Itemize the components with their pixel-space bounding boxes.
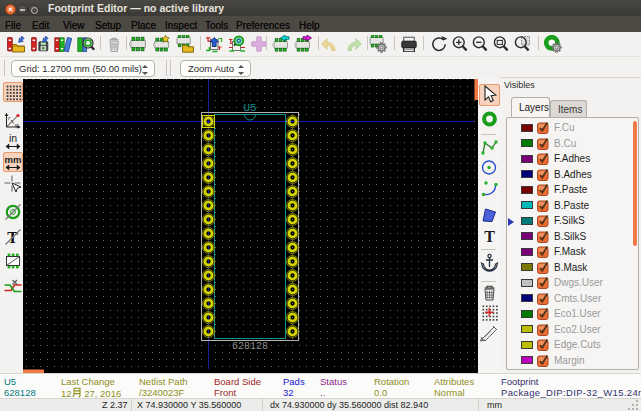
- svg-text:mm: mm: [4, 154, 21, 165]
- svg-text:r: r: [8, 113, 11, 120]
- svg-text:φ: φ: [14, 120, 18, 128]
- svg-text:in: in: [8, 132, 16, 144]
- svg-text:T: T: [484, 228, 495, 245]
- svg-text:628128: 628128: [232, 341, 268, 352]
- svg-text:U5: U5: [243, 102, 256, 114]
